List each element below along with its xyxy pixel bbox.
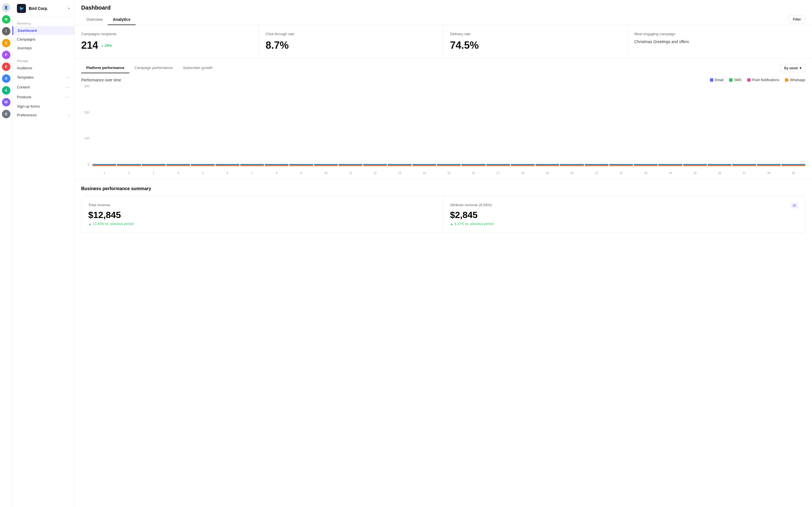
bar-group — [511, 164, 535, 166]
chart-body: Performance over time Email SMS Push — [74, 73, 812, 179]
bar-group — [658, 164, 682, 166]
x-label: 2 — [117, 172, 141, 175]
bar-group — [363, 164, 387, 166]
bar-seg-whatsapp — [757, 166, 781, 166]
sidebar-item-audience[interactable]: Audience — [12, 64, 74, 72]
x-label: 5 — [191, 172, 214, 175]
avatar-h[interactable]: H — [2, 74, 10, 83]
legend-whatsapp: Whatsapp — [785, 78, 805, 82]
sidebar-item-signup-forms[interactable]: Sign-up forms — [12, 102, 74, 111]
x-label: 14 — [412, 172, 436, 175]
company-header[interactable]: 🐦 Bird Corp. ▾ — [12, 0, 74, 17]
more-icon[interactable]: ⋯ — [65, 94, 70, 100]
bar-seg-whatsapp — [585, 166, 608, 166]
bar-group — [708, 164, 731, 166]
revenue-label-attr: Attribute revenue (8.58%) — [450, 203, 492, 207]
x-label: 28 — [757, 172, 781, 175]
chart-header: Platform performance Campaign performanc… — [74, 58, 812, 73]
sidebar-item-preferences[interactable]: Preferences › — [12, 111, 74, 119]
x-labels: 1234567891011121314151617181920212223242… — [93, 172, 805, 175]
bar-seg-whatsapp — [215, 166, 239, 166]
sidebar-item-dashboard[interactable]: Dashboard — [12, 26, 74, 35]
bar-seg-whatsapp — [732, 166, 756, 166]
x-label: 8 — [265, 172, 289, 175]
chart-section: Platform performance Campaign performanc… — [74, 58, 812, 179]
chart-filter-button[interactable]: By week ▾ — [780, 64, 805, 72]
whatsapp-color-dot — [785, 78, 788, 82]
journeys-label: Journeys — [17, 46, 32, 50]
metric-value-delivery: 74.5% — [450, 40, 620, 51]
chart-top-row: Performance over time Email SMS Push — [81, 78, 805, 82]
bar-group — [93, 164, 116, 166]
sidebar-item-journeys[interactable]: Journeys — [12, 44, 74, 52]
bar-seg-whatsapp — [560, 166, 583, 166]
metric-label-recipients: Campaigns recipients — [81, 32, 252, 36]
y-label-300: 300 — [84, 84, 89, 88]
avatar-a[interactable]: A — [2, 86, 10, 95]
chart-tabs: Platform performance Campaign performanc… — [81, 63, 218, 73]
y-label-0: 0 — [88, 163, 89, 166]
bar-group — [314, 164, 338, 166]
more-icon[interactable]: ⋯ — [65, 84, 70, 90]
x-label: 7 — [240, 172, 264, 175]
chart-tab-platform[interactable]: Platform performance — [81, 63, 130, 73]
templates-label: Templates — [17, 75, 34, 79]
bar-seg-whatsapp — [511, 166, 535, 166]
metric-value-ctr: 8.7% — [266, 40, 436, 51]
metrics-row: Campaigns recipients 214 ▲ 29% Click thr… — [74, 25, 812, 58]
metric-label-delivery: Delivery rate — [450, 32, 620, 36]
bar-group — [289, 164, 313, 166]
bar-seg-whatsapp — [314, 166, 338, 166]
avatar-e[interactable]: E — [2, 62, 10, 71]
x-label: 13 — [388, 172, 411, 175]
chart-title: Performance over time — [81, 78, 121, 82]
x-label: 11 — [339, 172, 362, 175]
x-label: 22 — [609, 172, 633, 175]
revenue-value-total: $12,845 — [88, 210, 436, 220]
tab-analytics[interactable]: Analytics — [108, 14, 135, 25]
chart-tab-campaign[interactable]: Campaign performance — [130, 63, 178, 73]
avatar-d[interactable]: D — [2, 110, 10, 118]
bar-seg-whatsapp — [609, 166, 633, 166]
user-avatar[interactable]: 👤 — [2, 3, 10, 12]
avatar-s[interactable]: S — [2, 39, 10, 47]
metric-value-recipients: 214 ▲ 29% — [81, 40, 252, 51]
bar-seg-whatsapp — [339, 166, 362, 166]
avatar-w[interactable]: W — [2, 98, 10, 107]
main-header: Dashboard Overview Analytics Filter — [74, 0, 812, 25]
metric-label-ctr: Click through rate — [266, 32, 436, 36]
revenue-card-total: Total revenue $12,845 ▲ 13.56% vs. previ… — [82, 196, 443, 233]
legend-sms: SMS — [729, 78, 742, 82]
nav-section-main: Marketing Dashboard Campaigns Journeys — [12, 17, 74, 55]
legend-sms-label: SMS — [734, 78, 742, 82]
filter-button[interactable]: Filter — [789, 15, 805, 23]
avatar-m[interactable]: M — [2, 15, 10, 24]
sidebar-item-content[interactable]: Content ⋯ — [12, 82, 74, 92]
avatar-i[interactable]: I — [2, 27, 10, 36]
x-label: 20 — [560, 172, 583, 175]
avatar-p[interactable]: P — [2, 51, 10, 59]
chevron-right-icon: › — [68, 113, 70, 117]
revenue-value-attr: $2,845 — [450, 210, 798, 220]
company-logo: 🐦 — [17, 4, 26, 13]
tab-overview[interactable]: Overview — [81, 14, 108, 25]
sidebar-item-products[interactable]: Products ⋯ — [12, 92, 74, 102]
x-label: 1 — [93, 172, 116, 175]
sidebar-item-templates[interactable]: Templates ⋯ — [12, 72, 74, 82]
main-body: Campaigns recipients 214 ▲ 29% Click thr… — [74, 25, 812, 507]
bar-seg-whatsapp — [437, 166, 461, 166]
metric-badge-recipients: ▲ 29% — [101, 43, 112, 48]
content-label: Content — [17, 85, 30, 89]
email-color-dot — [710, 78, 713, 82]
bar-group — [240, 164, 264, 166]
filter-label: By week — [784, 66, 798, 70]
bar-seg-whatsapp — [240, 166, 264, 166]
preferences-label: Preferences — [17, 113, 37, 117]
sidebar-item-campaigns[interactable]: Campaigns — [12, 35, 74, 44]
sms-color-dot — [729, 78, 732, 82]
arrow-up-icon: ▲ — [88, 222, 92, 226]
legend-push-label: Push Notifications — [752, 78, 779, 82]
more-icon[interactable]: ⋯ — [65, 75, 70, 80]
nav-section-manage: Manage Audience Templates ⋯ Content ⋯ Pr… — [12, 55, 74, 122]
chart-tab-subscriber[interactable]: Subscriber growth — [178, 63, 218, 73]
